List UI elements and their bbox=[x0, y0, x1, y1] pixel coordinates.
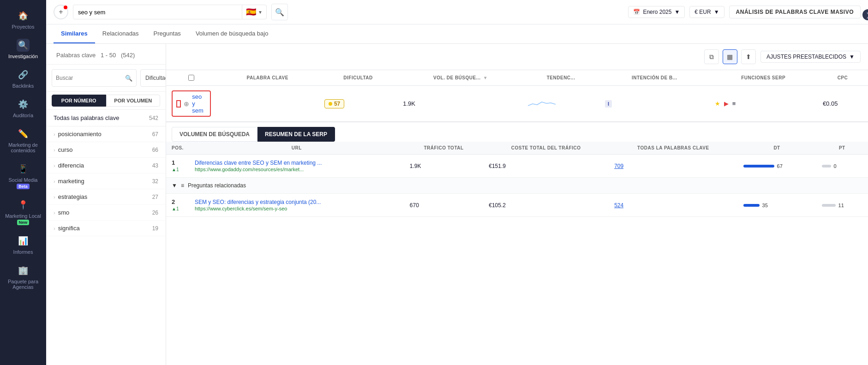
tab-preguntas[interactable]: Preguntas bbox=[146, 24, 188, 43]
serp-result-row: 2 ▲1 SEM y SEO: diferencias y estrategia… bbox=[166, 194, 868, 217]
list-item[interactable]: ›significa 19 bbox=[46, 221, 166, 236]
presets-dropdown[interactable]: AJUSTES PREESTABLECIDOS ▼ bbox=[760, 51, 861, 63]
serp-url-cell: Diferencias clave entre SEO y SEM en mar… bbox=[189, 155, 404, 178]
sidebar-item-auditoria[interactable]: ⚙️ Auditoría bbox=[0, 93, 46, 123]
main-content: + 🇪🇸 ▼ 🔍 📅 Enero 2025 ▼ € EUR ▼ ANÁLISIS… bbox=[46, 0, 868, 365]
serp-pos-cell: 1 ▲1 bbox=[166, 155, 189, 178]
topbar-right: 📅 Enero 2025 ▼ € EUR ▼ ANÁLISIS DE PALAB… bbox=[628, 6, 861, 18]
sidebar-item-informes[interactable]: 📊 Informes bbox=[0, 230, 46, 259]
add-keyword-icon[interactable]: ⊕ bbox=[184, 100, 189, 108]
sidebar-item-investigacion[interactable]: 🔍 Investigación bbox=[0, 34, 46, 64]
mass-analysis-button[interactable]: ANÁLISIS DE PALABRAS CLAVE MASIVO bbox=[729, 6, 861, 18]
serp-tab-resumen[interactable]: RESUMEN DE LA SERP bbox=[257, 127, 335, 142]
sidebar-label-investigacion: Investigación bbox=[8, 54, 38, 59]
tab-similares[interactable]: Similares bbox=[54, 24, 95, 43]
serp-title-link[interactable]: Diferencias clave entre SEO y SEM en mar… bbox=[195, 160, 322, 166]
country-selector[interactable]: 🇪🇸 ▼ bbox=[242, 5, 266, 19]
serp-functions-column-header[interactable]: FUNCIONES SERP bbox=[709, 70, 817, 86]
list-item[interactable]: ›marketing 32 bbox=[46, 174, 166, 189]
sidebar-item-marketing-contenidos[interactable]: ✏️ Marketing de contenidos bbox=[0, 123, 46, 158]
chevron-down-icon: ▼ bbox=[849, 54, 855, 60]
related-questions-row: ▼ ≡ Preguntas relacionadas bbox=[166, 178, 868, 194]
content-area: Palabras clave 1 - 50 (542) 🔍 Dificultad… bbox=[46, 44, 868, 365]
tab-relacionadas[interactable]: Relacionadas bbox=[95, 24, 146, 43]
volume-value: 1.9K bbox=[403, 100, 415, 107]
list-item[interactable]: ›posicionamiento 67 bbox=[46, 126, 166, 142]
view-toggle-group: ⧉ ▦ ⬆ bbox=[704, 49, 756, 64]
search-input[interactable] bbox=[73, 6, 242, 18]
keyword-search-input[interactable] bbox=[56, 75, 125, 81]
search-icon: 🔍 bbox=[17, 39, 30, 52]
gear-icon: ⚙️ bbox=[17, 98, 30, 111]
chart-icon: 📊 bbox=[17, 234, 30, 247]
serp-traffic-header: TRÁFICO TOTAL bbox=[404, 142, 483, 155]
serp-url-text: https://www.cyberclick.es/sem/sem-y-seo bbox=[195, 206, 287, 211]
topbar: + 🇪🇸 ▼ 🔍 📅 Enero 2025 ▼ € EUR ▼ ANÁLISIS… bbox=[46, 0, 868, 24]
copy-view-button[interactable]: ⧉ bbox=[704, 49, 719, 64]
sidebar-item-proyectos[interactable]: 🏠 Proyectos bbox=[0, 5, 46, 34]
intent-column-header[interactable]: INTENCIÓN DE B... bbox=[599, 70, 710, 86]
left-panel: Palabras clave 1 - 50 (542) 🔍 Dificultad… bbox=[46, 44, 166, 365]
keywords-title: Palabras clave bbox=[56, 52, 96, 59]
serp-dt-cell: 35 bbox=[738, 194, 816, 217]
serp-cost-header: COSTE TOTAL DEL TRÁFICO bbox=[483, 142, 609, 155]
difficulty-filter-button[interactable]: Dificultad ▼ bbox=[140, 69, 166, 87]
serp-words-link[interactable]: 524 bbox=[614, 202, 623, 209]
mobile-icon: 📱 bbox=[17, 162, 30, 175]
serp-traffic-cell: 1.9K bbox=[404, 155, 483, 178]
main-keyword-row: ⊕ seo y sem 57 bbox=[166, 86, 868, 122]
chevron-down-icon: ▼ bbox=[258, 10, 263, 15]
intent-cell: I bbox=[599, 86, 710, 122]
serp-url-cell: SEM y SEO: diferencias y estrategia conj… bbox=[189, 194, 404, 217]
list-item[interactable]: ›diferencia 43 bbox=[46, 158, 166, 174]
serp-dt-cell: 67 bbox=[738, 155, 816, 178]
serp-pos-cell: 2 ▲1 bbox=[166, 194, 189, 217]
difficulty-column-header[interactable]: DIFICULTAD bbox=[319, 70, 397, 86]
sort-by-volume-button[interactable]: POR VOLUMEN bbox=[106, 95, 161, 107]
list-item[interactable]: ›smo 26 bbox=[46, 205, 166, 221]
keyword-link[interactable]: seo y sem bbox=[192, 93, 206, 114]
trend-column-header[interactable]: TENDENC... bbox=[522, 70, 599, 86]
serp-words-header: TODAS LA PALABRAS CLAVE bbox=[609, 142, 737, 155]
serp-pt-cell: 0 bbox=[816, 155, 868, 178]
volume-column-header[interactable]: VOL. DE BÚSQUE... ▾ bbox=[397, 70, 522, 86]
collapse-icon[interactable]: ▼ bbox=[172, 182, 177, 189]
keywords-table: PALABRA CLAVE DIFICULTAD VOL. DE BÚSQUE.… bbox=[166, 70, 868, 122]
tab-volumen-bajo[interactable]: Volumen de búsqueda bajo bbox=[188, 24, 276, 43]
search-button[interactable]: 🔍 bbox=[271, 4, 288, 20]
keyword-column-header[interactable]: PALABRA CLAVE bbox=[216, 70, 319, 86]
sidebar-item-paquete-agencias[interactable]: 🏢 Paquete para Agencias bbox=[0, 259, 46, 294]
list-item[interactable]: ›estrategias 27 bbox=[46, 189, 166, 205]
keyword-checkbox[interactable] bbox=[176, 100, 181, 108]
sort-by-number-button[interactable]: POR NÚMERO bbox=[52, 95, 106, 107]
export-button[interactable]: ⬆ bbox=[741, 49, 756, 64]
date-selector[interactable]: 📅 Enero 2025 ▼ bbox=[628, 6, 685, 18]
select-all-checkbox[interactable] bbox=[188, 75, 194, 81]
list-item[interactable]: ›curso 66 bbox=[46, 142, 166, 158]
filter-row: 🔍 Dificultad ▼ Vol. de búsqueda ▼ + FILT… bbox=[46, 65, 166, 92]
serp-url-text: https://www.godaddy.com/resources/es/mar… bbox=[195, 167, 304, 172]
add-keyword-button[interactable]: + bbox=[54, 5, 68, 19]
serp-title-link[interactable]: SEM y SEO: diferencias y estrategia conj… bbox=[195, 199, 321, 205]
sidebar-item-backlinks[interactable]: 🔗 Backlinks bbox=[0, 64, 46, 93]
serp-words-link[interactable]: 709 bbox=[614, 163, 623, 169]
sidebar-item-marketing-local[interactable]: 📍 Marketing Local New bbox=[0, 194, 46, 230]
all-keywords-row[interactable]: Todas las palabras clave 542 bbox=[46, 110, 166, 126]
sidebar-label-social-media: Social Media bbox=[9, 177, 38, 183]
serp-tabs-row: VOLUMEN DE BÚSQUEDA RESUMEN DE LA SERP bbox=[166, 122, 868, 142]
serp-tab-volumen[interactable]: VOLUMEN DE BÚSQUEDA bbox=[172, 127, 257, 142]
notification-dot bbox=[64, 6, 67, 9]
currency-selector[interactable]: € EUR ▼ bbox=[689, 6, 724, 18]
difficulty-dot bbox=[329, 102, 332, 106]
building-icon: 🏢 bbox=[17, 264, 30, 277]
flag-icon: 🇪🇸 bbox=[246, 7, 256, 17]
serp-panel: VOLUMEN DE BÚSQUEDA RESUMEN DE LA SERP P bbox=[166, 122, 868, 217]
chevron-right-icon: › bbox=[54, 210, 55, 215]
chevron-right-icon: › bbox=[54, 147, 55, 153]
grid-view-button[interactable]: ▦ bbox=[723, 49, 737, 64]
sidebar-label-auditoria: Auditoría bbox=[13, 113, 33, 118]
sidebar-label-marketing-contenidos: Marketing de contenidos bbox=[3, 142, 43, 153]
sidebar-item-social-media[interactable]: 📱 Social Media Beta bbox=[0, 158, 46, 194]
main-tabs: Similares Relacionadas Preguntas Volumen… bbox=[46, 24, 868, 44]
cpc-column-header[interactable]: CPC bbox=[817, 70, 868, 86]
